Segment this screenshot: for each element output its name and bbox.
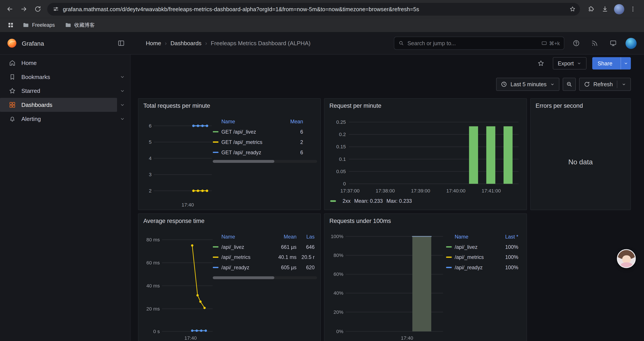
series-color-dash bbox=[446, 267, 452, 268]
panel-errors-per-second: Errors per second No data bbox=[530, 98, 631, 210]
grafana-logo[interactable] bbox=[6, 38, 17, 49]
header-icons bbox=[564, 37, 644, 49]
clock-icon bbox=[501, 81, 507, 88]
sidebar-item-label: Starred bbox=[21, 88, 40, 94]
breadcrumb-home[interactable]: Home bbox=[146, 40, 161, 47]
legend-table[interactable]: NameLast */api/_livez100%/api/_metrics10… bbox=[446, 232, 518, 272]
sidebar-item-bookmarks[interactable]: Bookmarks bbox=[0, 70, 130, 84]
downloads-icon[interactable] bbox=[598, 2, 612, 16]
scrollbar-thumb[interactable] bbox=[213, 276, 274, 279]
average-response-time-chart: 80 ms60 ms40 ms20 ms0 s17:40 bbox=[142, 233, 214, 341]
svg-text:60%: 60% bbox=[334, 271, 343, 277]
bookmark-label: 收藏博客 bbox=[74, 22, 95, 29]
sidebar-item-alerting[interactable]: Alerting bbox=[0, 112, 130, 126]
svg-text:17:41:00: 17:41:00 bbox=[482, 188, 501, 194]
back-icon[interactable] bbox=[3, 2, 17, 16]
user-avatar[interactable] bbox=[626, 37, 637, 49]
extensions-icon[interactable] bbox=[584, 2, 598, 16]
favorite-star-icon[interactable] bbox=[534, 57, 547, 69]
series-color-dash bbox=[330, 200, 336, 202]
panel-title[interactable]: Errors per second bbox=[531, 99, 630, 113]
sidebar-item-label: Dashboards bbox=[21, 102, 52, 108]
refresh-icon bbox=[584, 81, 590, 88]
legend-row[interactable]: 2xx Mean: 0.233 Max: 0.233 bbox=[330, 198, 412, 204]
chevron-down-icon[interactable] bbox=[120, 88, 125, 94]
panel-title[interactable]: Average response time bbox=[138, 214, 320, 228]
svg-text:80%: 80% bbox=[334, 253, 343, 258]
sidebar-item-dashboards[interactable]: Dashboards bbox=[0, 98, 130, 112]
chevron-down-icon bbox=[577, 61, 582, 66]
svg-text:80 ms: 80 ms bbox=[146, 237, 160, 242]
svg-text:100%: 100% bbox=[331, 234, 343, 239]
share-button[interactable]: Share bbox=[592, 57, 631, 69]
svg-text:40%: 40% bbox=[334, 290, 343, 296]
svg-text:0.05: 0.05 bbox=[336, 169, 346, 174]
no-data-message: No data bbox=[531, 115, 630, 210]
svg-text:2: 2 bbox=[149, 188, 152, 194]
page-actions: Export Share bbox=[534, 57, 631, 69]
series-mean: Mean: 0.233 bbox=[354, 198, 383, 204]
browser-menu-icon[interactable] bbox=[626, 2, 640, 16]
bookmark-star-icon[interactable] bbox=[569, 6, 576, 12]
breadcrumb-dashboards[interactable]: Dashboards bbox=[170, 40, 202, 47]
sidebar-item-home[interactable]: Home bbox=[0, 56, 130, 70]
series-color-dash bbox=[213, 246, 218, 248]
dashboard-main: Export Share Last 5 minutes Refresh bbox=[131, 55, 644, 341]
bookmark-label: Freeleaps bbox=[32, 22, 55, 28]
brand-name: Grafana bbox=[22, 40, 44, 47]
apps-grid-icon[interactable] bbox=[5, 19, 16, 31]
forward-icon[interactable] bbox=[17, 2, 31, 16]
chevron-down-icon bbox=[550, 82, 554, 87]
export-button[interactable]: Export bbox=[553, 57, 586, 69]
refresh-button[interactable]: Refresh bbox=[579, 78, 631, 91]
assistant-avatar[interactable] bbox=[617, 249, 636, 268]
svg-text:6: 6 bbox=[149, 123, 152, 129]
panel-title[interactable]: Request per minute bbox=[324, 99, 526, 113]
svg-text:0.15: 0.15 bbox=[336, 144, 346, 149]
nav-sidebar: Home Bookmarks Starred bbox=[0, 55, 131, 341]
legend-table[interactable]: NameMeanGET /api/_livez6GET /api/_metric… bbox=[213, 117, 317, 157]
series-color-dash bbox=[213, 141, 218, 143]
bookmark-folder-blogs[interactable]: 收藏博客 bbox=[61, 20, 98, 30]
legend-scrollbar[interactable] bbox=[213, 160, 317, 163]
svg-text:4: 4 bbox=[149, 156, 152, 161]
scrollbar-thumb[interactable] bbox=[213, 160, 274, 163]
bookmarks-bar: Freeleaps 收藏博客 bbox=[0, 18, 644, 32]
chevron-down-icon[interactable] bbox=[120, 116, 125, 122]
reload-icon[interactable] bbox=[31, 2, 45, 16]
browser-profile-avatar[interactable] bbox=[612, 2, 626, 16]
chevron-down-icon[interactable] bbox=[120, 74, 125, 80]
svg-text:0.1: 0.1 bbox=[339, 156, 346, 162]
url-bar[interactable]: grafana.mathmast.com/d/deytv4rwavabkb/fr… bbox=[47, 3, 580, 15]
legend-scrollbar[interactable] bbox=[213, 276, 317, 279]
search-placeholder: Search or jump to... bbox=[408, 40, 538, 46]
bell-icon bbox=[8, 115, 16, 123]
legend-table[interactable]: NameMeanLas/api/_livez661 µs646/api/_met… bbox=[213, 232, 317, 272]
screen: grafana.mathmast.com/d/deytv4rwavabkb/fr… bbox=[0, 0, 644, 341]
sidebar-item-label: Bookmarks bbox=[21, 74, 50, 80]
panel-title[interactable]: Requests under 100ms bbox=[324, 214, 526, 228]
sidebar-toggle-icon[interactable] bbox=[115, 37, 127, 49]
search-input[interactable]: Search or jump to... ⌘+k bbox=[394, 37, 564, 50]
sidebar-item-starred[interactable]: Starred bbox=[0, 84, 130, 98]
svg-text:17:40:00: 17:40:00 bbox=[446, 188, 465, 194]
help-icon[interactable] bbox=[570, 37, 582, 49]
share-menu-chevron-icon[interactable] bbox=[620, 57, 631, 69]
zoom-out-icon[interactable] bbox=[562, 78, 576, 91]
news-rss-icon[interactable] bbox=[588, 37, 601, 49]
bookmark-icon bbox=[8, 73, 16, 81]
brand-area: Grafana bbox=[0, 37, 131, 49]
kiosk-monitor-icon[interactable] bbox=[607, 37, 619, 49]
bookmark-folder-freeleaps[interactable]: Freeleaps bbox=[19, 20, 58, 30]
time-range-picker[interactable]: Last 5 minutes bbox=[496, 78, 559, 91]
site-settings-icon[interactable] bbox=[52, 6, 59, 12]
sidebar-item-label: Home bbox=[21, 60, 36, 66]
svg-text:17:40: 17:40 bbox=[182, 202, 194, 208]
panel-title[interactable]: Total requests per minute bbox=[138, 99, 320, 113]
chevron-down-icon[interactable] bbox=[120, 102, 125, 108]
svg-text:5: 5 bbox=[149, 139, 152, 145]
svg-text:0: 0 bbox=[343, 181, 346, 187]
svg-text:17:39:00: 17:39:00 bbox=[411, 188, 430, 194]
series-name[interactable]: 2xx bbox=[342, 198, 350, 204]
requests-under-100ms-chart: 100%80%60%40%20%0%17:40 bbox=[328, 233, 444, 341]
